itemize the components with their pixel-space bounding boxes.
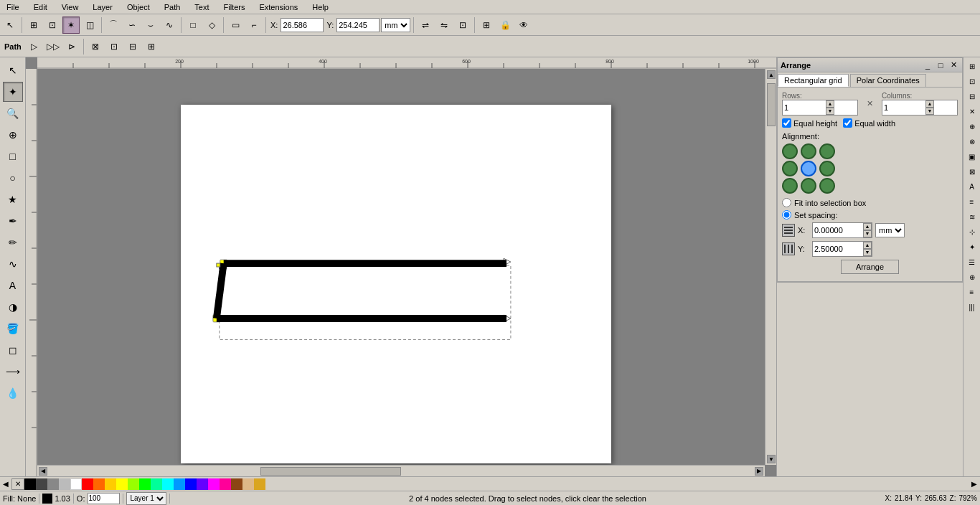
align-dot-tl[interactable]: [782, 143, 798, 159]
ri-btn-11[interactable]: ≋: [965, 209, 979, 224]
path-tool-5[interactable]: ⊡: [105, 38, 123, 55]
cols-spin-down[interactable]: ▼: [925, 108, 934, 115]
ri-btn-16[interactable]: ≡: [965, 285, 979, 299]
calligraphy-tool[interactable]: ∿: [3, 254, 23, 274]
align-dot-mr[interactable]: [819, 161, 835, 176]
ri-btn-14[interactable]: ☰: [965, 255, 979, 269]
snap-btn-3[interactable]: ◫: [81, 16, 98, 34]
cols-spin-up[interactable]: ▲: [925, 100, 934, 108]
canvas-area[interactable]: 200 400 600 800: [26, 57, 776, 476]
ri-btn-6[interactable]: ⊗: [965, 134, 979, 148]
color-swatch-blue[interactable]: [185, 478, 197, 490]
vertical-scrollbar[interactable]: ▲ ▼: [765, 69, 776, 465]
gradient-tool[interactable]: ◑: [3, 297, 23, 317]
x-spacing-spin-down[interactable]: ▼: [863, 230, 872, 237]
menu-filters[interactable]: Filters: [220, 2, 249, 12]
color-swatch-gray[interactable]: [47, 478, 59, 490]
pencil-tool[interactable]: ✏: [3, 232, 23, 252]
palette-scroll-left[interactable]: ◀: [0, 478, 11, 490]
ri-btn-10[interactable]: ≡: [965, 194, 979, 209]
align-dot-mc[interactable]: [801, 161, 816, 176]
node-btn-2[interactable]: ◇: [203, 16, 220, 34]
x-spacing-spin-up[interactable]: ▲: [863, 223, 872, 230]
node-btn-1[interactable]: □: [184, 16, 202, 34]
snap-btn-2[interactable]: ⊡: [44, 16, 61, 34]
path-action-2[interactable]: ⇋: [435, 16, 453, 34]
align-dot-br[interactable]: [819, 178, 835, 194]
color-swatch-magenta[interactable]: [208, 478, 220, 490]
color-swatch-lime[interactable]: [128, 478, 139, 490]
y-coord-input[interactable]: [336, 18, 380, 32]
color-swatch-yellow[interactable]: [116, 478, 128, 490]
unit-select[interactable]: mm: [381, 18, 410, 32]
color-swatch-tan[interactable]: [242, 478, 254, 490]
ri-btn-15[interactable]: ⊕: [965, 270, 979, 284]
cols-input[interactable]: [882, 100, 925, 115]
panel-maximize-btn[interactable]: □: [935, 60, 946, 71]
color-swatch-lightgray[interactable]: [59, 478, 70, 490]
tab-polar-coordinates[interactable]: Polar Coordinates: [850, 74, 926, 87]
ri-btn-8[interactable]: ⊠: [965, 164, 979, 179]
panel-close-btn[interactable]: ✕: [948, 60, 959, 71]
menu-object[interactable]: Object: [123, 2, 154, 12]
equal-height-checkbox[interactable]: [782, 118, 791, 128]
snap-btn-1[interactable]: ⊞: [25, 16, 42, 34]
y-spacing-spin-down[interactable]: ▼: [863, 249, 872, 256]
path-tool-6[interactable]: ⊟: [124, 38, 141, 55]
color-swatch-skyblue[interactable]: [174, 478, 185, 490]
color-swatch-pink[interactable]: [220, 478, 231, 490]
ri-btn-12[interactable]: ⊹: [965, 225, 979, 239]
color-swatch-brown[interactable]: [231, 478, 242, 490]
ri-btn-13[interactable]: ✦: [965, 240, 979, 254]
y-spacing-input[interactable]: [813, 242, 863, 256]
color-swatch-mint[interactable]: [151, 478, 162, 490]
menu-help[interactable]: Help: [308, 2, 332, 12]
curve-tool-2[interactable]: ∽: [123, 16, 141, 34]
curve-tool-3[interactable]: ⌣: [142, 16, 159, 34]
pointer-tool[interactable]: ↖: [3, 60, 23, 80]
node-tool[interactable]: ✦: [3, 82, 23, 102]
ri-btn-9[interactable]: A: [965, 179, 979, 194]
path-tool-2[interactable]: ▷▷: [44, 38, 62, 55]
zoom-tool[interactable]: 🔍: [3, 103, 23, 123]
menu-file[interactable]: File: [3, 2, 23, 12]
ellipse-tool[interactable]: ○: [3, 168, 23, 188]
eraser-tool[interactable]: ◻: [3, 340, 23, 360]
color-swatch-gold[interactable]: [105, 478, 116, 490]
curve-tool-4[interactable]: ∿: [161, 16, 178, 34]
path-tool-4[interactable]: ⊠: [87, 38, 104, 55]
color-swatch-goldenrod[interactable]: [254, 478, 265, 490]
path-tool-3[interactable]: ⊳: [63, 38, 80, 55]
x-coord-input[interactable]: [281, 18, 324, 32]
fit-radio[interactable]: [782, 198, 791, 207]
align-dot-tc[interactable]: [801, 143, 816, 159]
color-swatch-green[interactable]: [139, 478, 151, 490]
canvas-drawing-area[interactable]: [37, 69, 776, 465]
dropper-tool[interactable]: 💧: [3, 383, 23, 403]
no-color-btn[interactable]: ✕: [11, 478, 24, 490]
path-tool-7[interactable]: ⊞: [143, 38, 160, 55]
color-swatch-orange[interactable]: [93, 478, 105, 490]
color-swatch-purple[interactable]: [197, 478, 208, 490]
align-dot-bc[interactable]: [801, 178, 816, 194]
y-spacing-spin-up[interactable]: ▲: [863, 242, 872, 249]
x-spacing-unit[interactable]: mm: [875, 223, 905, 237]
ri-btn-5[interactable]: ⊕: [965, 119, 979, 133]
opacity-input[interactable]: [88, 493, 120, 504]
align-dot-tr[interactable]: [819, 143, 835, 159]
node-tool-active[interactable]: ✶: [62, 16, 80, 34]
align-dot-ml[interactable]: [782, 161, 798, 176]
ri-btn-4[interactable]: ✕: [965, 104, 979, 118]
horizontal-scrollbar[interactable]: ◀ ▶: [37, 465, 765, 476]
text-tool[interactable]: A: [3, 275, 23, 296]
zoom-btn[interactable]: ⊞: [478, 16, 495, 34]
ri-btn-2[interactable]: ⊡: [965, 74, 979, 88]
color-swatch-red[interactable]: [82, 478, 93, 490]
star-tool[interactable]: ★: [3, 189, 23, 209]
ri-btn-3[interactable]: ⊟: [965, 89, 979, 103]
palette-scroll-right[interactable]: ▶: [969, 478, 980, 490]
pen-tool[interactable]: ✒: [3, 211, 23, 231]
menu-text[interactable]: Text: [191, 2, 212, 12]
measure-tool[interactable]: ⊕: [3, 125, 23, 145]
align-dot-bl[interactable]: [782, 178, 798, 194]
